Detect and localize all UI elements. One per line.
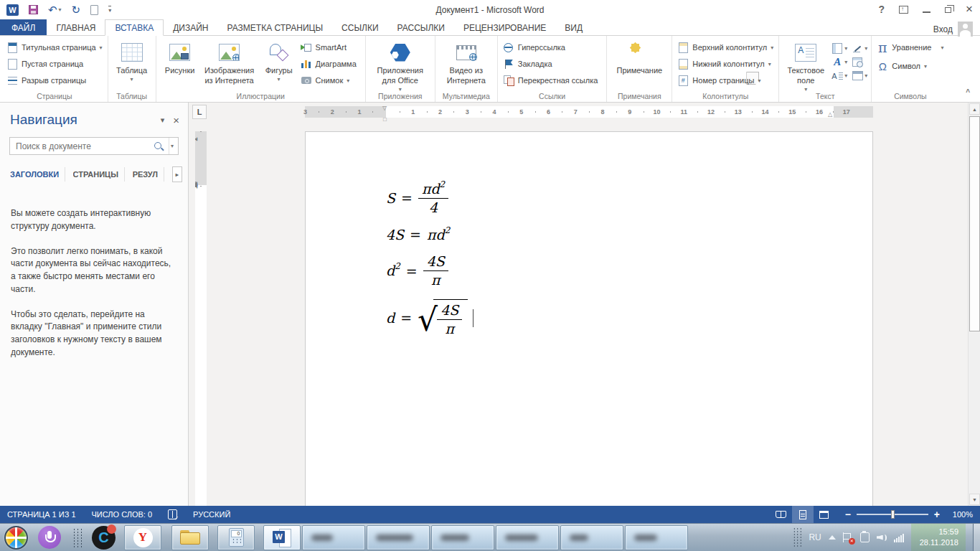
search-icon[interactable]	[153, 141, 164, 152]
ribbon-small-button[interactable]: Верхний колонтитул▾	[676, 41, 775, 54]
equation-button[interactable]: π Уравнение ▾	[875, 41, 945, 54]
right-indent-marker[interactable]: △	[828, 112, 832, 118]
wordart-button[interactable]: ▾	[831, 57, 847, 68]
ribbon-small-button[interactable]: Перекрестная ссылка	[501, 74, 603, 87]
ribbon-small-button[interactable]: Титульная страница▾	[5, 41, 104, 54]
textbox-button[interactable]: Текстовое поле ▾	[783, 38, 829, 93]
document-page[interactable]: S = πd2 4 4S = πd2 d2 = 4S	[305, 131, 873, 506]
sign-in[interactable]: Вход	[933, 22, 973, 37]
safely-remove-icon[interactable]	[860, 532, 870, 542]
ribbon-tab[interactable]: РАССЫЛКИ	[388, 19, 454, 35]
taskbar-button-redacted[interactable]	[367, 525, 430, 550]
tabs-scroll-right-icon[interactable]: ▸	[172, 166, 182, 182]
signature-line-button[interactable]: ▾	[852, 43, 867, 55]
ribbon-small-button[interactable]: Нижний колонтитул▾	[676, 57, 775, 70]
navigation-tab[interactable]: ЗАГОЛОВКИ	[10, 167, 65, 182]
taskbar-calculator-button[interactable]	[217, 525, 255, 550]
collapse-ribbon-icon[interactable]: ^	[966, 88, 970, 96]
ribbon-tab[interactable]: ВИД	[555, 19, 592, 35]
left-indent-marker[interactable]: □	[383, 117, 387, 123]
navigation-tab[interactable]: РЕЗУЛ	[133, 167, 164, 182]
table-button[interactable]: Таблица ▾	[112, 38, 152, 83]
zoom-in-icon[interactable]: +	[934, 509, 940, 520]
search-input[interactable]	[10, 141, 153, 151]
ribbon-tab[interactable]: РЕЦЕНЗИРОВАНИЕ	[454, 19, 555, 35]
action-center-flag-icon[interactable]	[843, 532, 853, 543]
ribbon-tab[interactable]: ФАЙЛ	[0, 19, 47, 35]
date-time-button[interactable]	[852, 57, 867, 68]
ribbon-display-options-icon[interactable]	[899, 6, 908, 14]
help-icon[interactable]	[879, 3, 885, 16]
taskbar-button-redacted[interactable]	[302, 525, 365, 550]
equation-3[interactable]: d2 = 4S π	[386, 253, 473, 288]
zoom-percentage[interactable]: 100%	[947, 510, 973, 519]
close-icon[interactable]	[966, 3, 973, 16]
drop-cap-button[interactable]: ▾	[831, 70, 847, 82]
taskbar-button-redacted[interactable]	[496, 525, 559, 550]
restore-icon[interactable]	[945, 7, 951, 13]
show-desktop-button[interactable]	[973, 524, 980, 551]
read-mode-button[interactable]	[771, 506, 792, 523]
taskbar-word-button[interactable]	[263, 525, 301, 550]
search-options-caret-icon[interactable]: ▾	[169, 138, 178, 154]
minimize-icon[interactable]	[923, 6, 930, 13]
ribbon-small-button[interactable]: Пустая страница	[5, 57, 104, 70]
ribbon-tab[interactable]: РАЗМЕТКА СТРАНИЦЫ	[218, 19, 333, 35]
ribbon-small-button[interactable]: SmartArt	[299, 41, 362, 54]
pictures-button[interactable]: Рисунки	[160, 38, 200, 76]
taskbar-yandex-button[interactable]	[124, 525, 161, 550]
pane-options-caret-icon[interactable]: ▾	[161, 116, 165, 125]
ribbon-small-button[interactable]: Закладка	[501, 57, 603, 70]
vertical-scrollbar[interactable]: ▲ ▼	[968, 103, 980, 506]
pane-close-icon[interactable]: ×	[173, 114, 179, 126]
ribbon-tab[interactable]: ВСТАВКА	[105, 19, 164, 36]
print-layout-button[interactable]	[792, 506, 814, 523]
zoom-slider-thumb[interactable]	[891, 510, 895, 519]
language-indicator[interactable]: RU	[809, 532, 821, 542]
ribbon-small-button[interactable]: Номер страницы▾	[676, 74, 775, 87]
scroll-up-icon[interactable]: ▲	[969, 103, 980, 115]
ribbon-tab[interactable]: ГЛАВНАЯ	[47, 19, 105, 35]
horizontal-ruler[interactable]: 321 1234567891011121314151617 ▽ □ △	[305, 106, 873, 118]
proofing-status-icon[interactable]	[168, 509, 177, 519]
volume-icon[interactable]	[877, 533, 887, 542]
word-count-status[interactable]: ЧИСЛО СЛОВ: 0	[92, 510, 153, 519]
shapes-button[interactable]: Фигуры ▾	[259, 38, 299, 83]
equation-2[interactable]: 4S = πd2	[386, 227, 473, 242]
network-signal-icon[interactable]	[894, 533, 904, 542]
web-layout-button[interactable]	[814, 506, 835, 523]
online-pictures-button[interactable]: Изображения из Интернета	[200, 38, 259, 86]
ccleaner-icon[interactable]: C	[92, 526, 116, 550]
taskbar-button-redacted[interactable]	[560, 525, 623, 550]
ribbon-small-button[interactable]: Разрыв страницы	[5, 74, 104, 87]
navigation-tab[interactable]: СТРАНИЦЫ	[73, 167, 125, 182]
equation-4[interactable]: d = √ 4S π	[386, 299, 473, 337]
comment-button[interactable]: Примечание	[611, 38, 668, 76]
object-button[interactable]: ▾	[852, 70, 867, 82]
ribbon-tab[interactable]: ССЫЛКИ	[332, 19, 387, 35]
tab-stop-selector[interactable]: L	[192, 105, 207, 119]
zoom-out-icon[interactable]: −	[845, 509, 851, 520]
symbol-button[interactable]: Ω Символ ▾	[875, 60, 945, 72]
quick-parts-button[interactable]: ▾	[831, 43, 847, 55]
ribbon-tab[interactable]: ДИЗАЙН	[164, 19, 217, 35]
first-line-indent-marker[interactable]: ▽	[382, 105, 387, 111]
online-video-button[interactable]: Видео из Интернета	[439, 38, 494, 86]
taskbar-button-redacted[interactable]	[431, 525, 494, 550]
apps-for-office-button[interactable]: Приложения для Office ▾	[369, 38, 431, 93]
document-search-box[interactable]: ▾	[9, 137, 179, 155]
vertical-ruler[interactable]: 21 1234567891011	[195, 131, 207, 506]
zoom-slider[interactable]	[857, 514, 928, 515]
show-hidden-icons-icon[interactable]	[829, 535, 836, 540]
microphone-icon[interactable]	[38, 526, 61, 549]
ribbon-small-button[interactable]: Гиперссылка	[501, 41, 603, 54]
taskbar-button-redacted[interactable]	[625, 525, 688, 550]
page-count-status[interactable]: СТРАНИЦА 1 ИЗ 1	[7, 510, 76, 519]
taskbar-explorer-button[interactable]	[171, 525, 209, 550]
start-button[interactable]	[4, 526, 28, 550]
ribbon-small-button[interactable]: Снимок▾	[299, 74, 362, 87]
scroll-down-icon[interactable]: ▼	[969, 494, 980, 505]
clock[interactable]: 15:59 28.11.2018	[911, 524, 966, 551]
language-status[interactable]: РУССКИЙ	[193, 510, 230, 519]
equation-1[interactable]: S = πd2 4	[386, 181, 473, 216]
